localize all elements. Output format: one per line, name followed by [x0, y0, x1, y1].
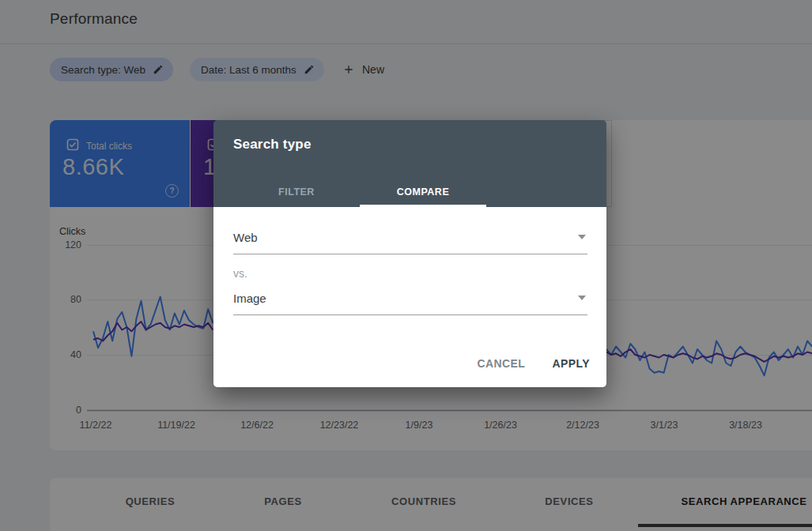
apply-button[interactable]: APPLY	[551, 352, 591, 375]
dialog-body: Web vs. Image CANCEL APPLY	[213, 207, 606, 387]
tab-compare[interactable]: COMPARE	[360, 177, 486, 207]
dialog-tabs: FILTER COMPARE	[233, 177, 486, 207]
cancel-button[interactable]: CANCEL	[476, 352, 527, 375]
performance-page: Performance Search type: Web Date: Last …	[0, 0, 812, 531]
compare-second-select[interactable]: Image	[233, 292, 587, 315]
dropdown-arrow-icon	[578, 235, 586, 239]
tab-filter[interactable]: FILTER	[233, 177, 360, 207]
search-type-dialog: Search type FILTER COMPARE Web vs. Image…	[213, 120, 606, 387]
compare-second-value: Image	[233, 292, 587, 315]
vs-label: vs.	[233, 267, 247, 280]
dialog-header: Search type FILTER COMPARE	[213, 120, 606, 207]
dialog-title: Search type	[233, 137, 312, 153]
compare-first-select[interactable]: Web	[233, 231, 587, 254]
dropdown-arrow-icon	[578, 296, 586, 300]
compare-first-value: Web	[233, 231, 587, 254]
dialog-actions: CANCEL APPLY	[476, 352, 591, 375]
